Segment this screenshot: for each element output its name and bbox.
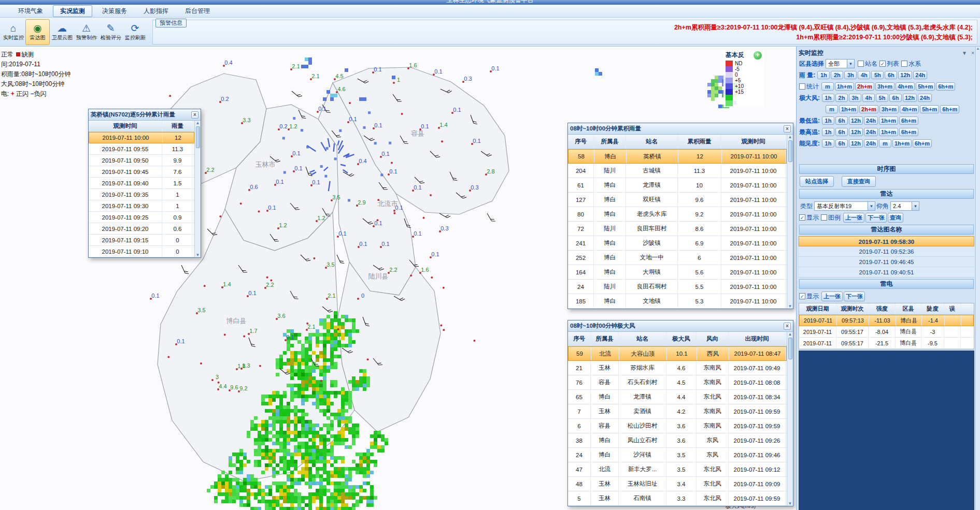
toolbar-button-预警制作[interactable]: ⚠预警制作 [74, 19, 98, 45]
table-row[interactable]: 2019-07-11 09:100 [89, 246, 194, 257]
table-row[interactable]: 80博白老虎头水库9.22019-07-11 10:00 [568, 207, 787, 222]
range-button-6h+m[interactable]: 6h+m [899, 128, 918, 136]
column-header[interactable]: 陡度 [921, 303, 944, 314]
close-icon[interactable]: × [784, 125, 791, 133]
window-scrollbar[interactable]: ▲▼ [787, 332, 793, 506]
radar-prev-button[interactable]: 上一张 [843, 213, 864, 223]
range-button-2h+m[interactable]: 2h+m [855, 82, 874, 91]
range-button-6h+m[interactable]: 6h+m [899, 116, 918, 125]
table-row[interactable]: 204陆川古城镇11.32019-07-11 10:00 [568, 164, 787, 178]
lightning-prev-button[interactable]: 上一张 [821, 292, 843, 301]
table-row[interactable]: 252博白文地一中62019-07-11 10:00 [568, 251, 787, 265]
table-row[interactable]: 2019-07-11 09:509.9 [89, 155, 194, 166]
table-row[interactable]: 24博白沙河镇3.5东风2019-07-11 09:46 [568, 448, 787, 462]
range-button-m[interactable]: m [879, 139, 891, 148]
range-button-5h[interactable]: 5h [871, 71, 884, 79]
scroll-thumb[interactable] [788, 140, 792, 162]
column-header[interactable]: 出现时间 [729, 332, 786, 346]
table-row[interactable]: 2019-07-1109:55:17-21.5博白县-9.5 [799, 338, 974, 349]
range-button-1h+m[interactable]: 1h+m [892, 139, 912, 148]
table-row[interactable]: 24陆川良田石垌村5.52019-07-11 10:00 [568, 280, 787, 294]
column-header[interactable]: 累积雨量 [678, 135, 721, 149]
column-header[interactable]: 观测时间 [721, 135, 786, 149]
toolbar-button-监控刷新[interactable]: ⟳监控刷新 [123, 19, 147, 45]
column-header[interactable]: 序号 [568, 332, 591, 346]
layer-checkbox-水系[interactable]: 水系 [901, 60, 921, 68]
column-header[interactable]: 站名 [619, 332, 666, 346]
range-button-6h+m[interactable]: 6h+m [940, 105, 959, 113]
direct-query-button[interactable]: 直接查询 [842, 176, 876, 187]
range-button-1h+m[interactable]: 1h+m [835, 82, 854, 91]
radar-image-item[interactable]: 2019-07-11 09:58:30 [799, 236, 974, 246]
close-icon[interactable]: × [784, 323, 791, 330]
radar-section-bar[interactable]: 雷达 [799, 189, 974, 199]
max-wind-window[interactable]: 08时~10时00分钟极大风 × 序号所属县站名极大风风向出现时间59北流大容山… [567, 320, 793, 506]
scroll-down-icon[interactable]: ▼ [788, 501, 792, 506]
range-button-6h[interactable]: 6h [835, 139, 848, 148]
radar-next-button[interactable]: 下一张 [865, 213, 887, 223]
range-button-3h[interactable]: 3h [844, 71, 857, 79]
column-header[interactable]: 极大风 [666, 332, 697, 346]
menu-item-人影指挥[interactable]: 人影指挥 [137, 6, 175, 17]
range-button-1h[interactable]: 1h [817, 71, 830, 79]
radar-image-item[interactable]: 2019-07-11 09:40:51 [799, 267, 974, 278]
table-row[interactable]: 2019-07-11 09:301 [89, 200, 194, 212]
table-row[interactable]: 164博白大垌镇5.62019-07-11 10:00 [568, 265, 787, 280]
radar-show-checkbox[interactable]: ✓显示 [799, 213, 819, 222]
range-button-4h[interactable]: 4h [858, 71, 870, 79]
range-button-1h[interactable]: 1h [822, 94, 834, 102]
column-header[interactable]: 站名 [626, 135, 678, 149]
column-header[interactable]: 观测日期 [799, 303, 836, 314]
table-row[interactable]: 5玉林石南镇3.3东北风2019-07-11 09:59 [568, 491, 787, 506]
range-button-1h[interactable]: 1h [822, 139, 834, 148]
table-row[interactable]: 61博白龙潭镇102019-07-11 10:00 [568, 178, 787, 193]
menu-item-环境气象[interactable]: 环境气象 [11, 6, 50, 17]
column-header[interactable]: 所属县 [591, 332, 619, 346]
range-button-4h[interactable]: 4h [862, 94, 875, 102]
scroll-down-icon[interactable]: ▼ [196, 253, 200, 257]
range-button-6h[interactable]: 6h [835, 128, 848, 136]
table-row[interactable]: 76容县石头石剑村4.5东南风2019-07-11 08:08 [568, 375, 787, 390]
table-row[interactable]: 72陆川良田车田村8.62019-07-11 10:00 [568, 222, 787, 236]
table-row[interactable]: 2019-07-11 09:351 [89, 189, 194, 200]
range-button-1h+m[interactable]: 1h+m [879, 128, 898, 136]
panel-scrollbar[interactable]: ▲ [975, 47, 980, 510]
column-header[interactable]: 观测时次 [836, 303, 869, 314]
column-header[interactable]: 强度 [869, 303, 896, 314]
pin-icon[interactable]: ▼ [962, 50, 967, 56]
range-button-12h[interactable]: 12h [903, 94, 917, 102]
menu-item-实况监测[interactable]: 实况监测 [53, 5, 92, 17]
accumulated-rain-window[interactable]: 08时~10时00分钟累积雨量 × 序号所属县站名累积雨量观测时间58博白英桥镇… [567, 123, 793, 309]
toolbar-button-雷达图[interactable]: ◉雷达图 [25, 19, 50, 45]
scroll-thumb[interactable] [788, 338, 792, 359]
radar-image-item[interactable]: 2019-07-11 09:46:45 [799, 257, 974, 267]
toolbar-button-实时监控[interactable]: ⌂实时监控 [1, 19, 25, 45]
layer-checkbox-列表[interactable]: ✓列表 [879, 60, 899, 68]
lightning-next-button[interactable]: 下一张 [844, 292, 865, 301]
menu-item-决策服务[interactable]: 决策服务 [95, 6, 134, 17]
range-button-m[interactable]: m [826, 105, 838, 113]
range-button-2h[interactable]: 2h [835, 94, 848, 102]
close-icon[interactable]: × [191, 111, 198, 119]
table-row[interactable]: 47北流新丰大罗...3.5东北风2019-07-11 09:12 [568, 462, 787, 477]
table-row[interactable]: 2019-07-11 09:200.6 [89, 223, 194, 235]
table-row[interactable]: 6容县松山沙田村3.6东南风2019-07-11 09:59 [568, 419, 787, 433]
radar-image-item[interactable]: 2019-07-11 09:52:36 [799, 246, 974, 257]
column-header[interactable]: 序号 [568, 135, 594, 149]
column-header[interactable]: 所属县 [594, 135, 626, 149]
district-select[interactable]: 全部▼ [826, 59, 855, 68]
layer-checkbox-站名[interactable]: 站名 [858, 60, 877, 68]
station-select-button[interactable]: 站点选择 [800, 176, 834, 187]
range-button-3h+m[interactable]: 3h+m [875, 82, 894, 91]
range-button-4h+m[interactable]: 4h+m [900, 105, 919, 113]
range-button-24h[interactable]: 24h [864, 128, 878, 136]
range-button-12h[interactable]: 12h [849, 128, 863, 136]
table-row[interactable]: 21玉林苏烟水库4.6东南风2019-07-11 09:49 [568, 361, 787, 375]
range-button-1h+m[interactable]: 1h+m [879, 116, 898, 125]
table-row[interactable]: 2019-07-11 09:457.6 [89, 166, 194, 178]
column-header[interactable]: 区县 [896, 303, 921, 314]
range-button-5h+m[interactable]: 5h+m [920, 105, 939, 113]
range-button-3h+m[interactable]: 3h+m [879, 105, 899, 113]
table-row[interactable]: 2019-07-11 09:401.5 [89, 178, 194, 189]
window-scrollbar[interactable]: ▲▼ [787, 135, 793, 309]
